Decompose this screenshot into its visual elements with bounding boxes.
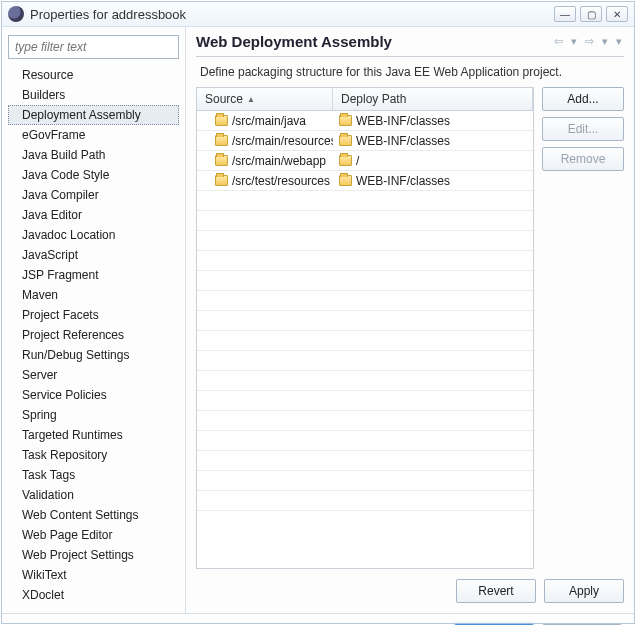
table-row <box>197 411 533 431</box>
tree-item-web-project-settings[interactable]: Web Project Settings <box>8 545 179 565</box>
table-row <box>197 471 533 491</box>
folder-icon <box>215 175 228 186</box>
tree-item-label: Builders <box>22 88 65 102</box>
tree-item-egovframe[interactable]: eGovFrame <box>8 125 179 145</box>
table-row <box>197 371 533 391</box>
tree-item-run-debug-settings[interactable]: Run/Debug Settings <box>8 345 179 365</box>
table-row[interactable]: /src/test/resourcesWEB-INF/classes <box>197 171 533 191</box>
tree-item-builders[interactable]: Builders <box>8 85 179 105</box>
tree-item-label: JavaScript <box>22 248 78 262</box>
folder-icon <box>339 135 352 146</box>
tree-item-label: Java Compiler <box>22 188 99 202</box>
tree-item-javadoc-location[interactable]: Javadoc Location <box>8 225 179 245</box>
tree-item-java-build-path[interactable]: Java Build Path <box>8 145 179 165</box>
tree-item-java-editor[interactable]: Java Editor <box>8 205 179 225</box>
tree-item-label: Service Policies <box>22 388 107 402</box>
tree-item-web-page-editor[interactable]: Web Page Editor <box>8 525 179 545</box>
tree-item-task-tags[interactable]: Task Tags <box>8 465 179 485</box>
column-deploy-label: Deploy Path <box>341 92 406 106</box>
tree-item-javascript[interactable]: JavaScript <box>8 245 179 265</box>
page-title: Web Deployment Assembly <box>196 33 552 50</box>
tree-item-label: Validation <box>22 488 74 502</box>
table-row <box>197 431 533 451</box>
forward-icon[interactable]: ⇨ <box>583 35 596 48</box>
tree-item-validation[interactable]: Validation <box>8 485 179 505</box>
tree-item-label: Java Editor <box>22 208 82 222</box>
tree-item-web-content-settings[interactable]: Web Content Settings <box>8 505 179 525</box>
tree-item-label: WikiText <box>22 568 67 582</box>
add-button[interactable]: Add... <box>542 87 624 111</box>
table-row <box>197 191 533 211</box>
tree-item-label: JSP Fragment <box>22 268 98 282</box>
tree-item-label: Deployment Assembly <box>22 108 141 122</box>
cell-deploy: WEB-INF/classes <box>356 134 450 148</box>
tree-item-label: eGovFrame <box>22 128 85 142</box>
tree-item-label: XDoclet <box>22 588 64 602</box>
tree-item-label: Task Repository <box>22 448 107 462</box>
tree-item-targeted-runtimes[interactable]: Targeted Runtimes <box>8 425 179 445</box>
menu-drop-icon[interactable]: ▾ <box>614 35 624 48</box>
tree-item-project-references[interactable]: Project References <box>8 325 179 345</box>
cell-source: /src/main/webapp <box>232 154 326 168</box>
table-row <box>197 331 533 351</box>
folder-icon <box>215 115 228 126</box>
tree-item-task-repository[interactable]: Task Repository <box>8 445 179 465</box>
close-button[interactable]: ✕ <box>606 6 628 22</box>
table-row[interactable]: /src/main/webapp/ <box>197 151 533 171</box>
folder-icon <box>339 115 352 126</box>
filter-input[interactable] <box>8 35 179 59</box>
tree-item-jsp-fragment[interactable]: JSP Fragment <box>8 265 179 285</box>
category-tree: ResourceBuildersDeployment AssemblyeGovF… <box>8 65 179 605</box>
tree-item-xdoclet[interactable]: XDoclet <box>8 585 179 605</box>
cell-source: /src/main/resources <box>232 134 333 148</box>
tree-item-label: Resource <box>22 68 73 82</box>
minimize-button[interactable]: — <box>554 6 576 22</box>
table-row <box>197 491 533 511</box>
folder-icon <box>339 175 352 186</box>
table-row <box>197 291 533 311</box>
tree-item-label: Spring <box>22 408 57 422</box>
page-description: Define packaging structure for this Java… <box>196 65 624 79</box>
tree-item-deployment-assembly[interactable]: Deployment Assembly <box>8 105 179 125</box>
tree-item-project-facets[interactable]: Project Facets <box>8 305 179 325</box>
tree-item-label: Project References <box>22 328 124 342</box>
tree-item-maven[interactable]: Maven <box>8 285 179 305</box>
column-source-header[interactable]: Source ▲ <box>197 88 333 110</box>
back-drop-icon[interactable]: ▾ <box>569 35 579 48</box>
revert-button[interactable]: Revert <box>456 579 536 603</box>
tree-item-label: Project Facets <box>22 308 99 322</box>
table-row <box>197 311 533 331</box>
table-row <box>197 351 533 371</box>
folder-icon <box>215 155 228 166</box>
apply-button[interactable]: Apply <box>544 579 624 603</box>
column-deploy-header[interactable]: Deploy Path <box>333 88 533 110</box>
table-row[interactable]: /src/main/resourcesWEB-INF/classes <box>197 131 533 151</box>
table-row <box>197 271 533 291</box>
cell-deploy: WEB-INF/classes <box>356 114 450 128</box>
eclipse-icon <box>8 6 24 22</box>
sort-asc-icon: ▲ <box>247 95 255 104</box>
cell-source: /src/test/resources <box>232 174 330 188</box>
table-row[interactable]: /src/main/javaWEB-INF/classes <box>197 111 533 131</box>
table-row <box>197 231 533 251</box>
column-source-label: Source <box>205 92 243 106</box>
tree-item-java-code-style[interactable]: Java Code Style <box>8 165 179 185</box>
back-icon[interactable]: ⇦ <box>552 35 565 48</box>
cell-deploy: WEB-INF/classes <box>356 174 450 188</box>
forward-drop-icon[interactable]: ▾ <box>600 35 610 48</box>
tree-item-label: Web Content Settings <box>22 508 139 522</box>
tree-item-resource[interactable]: Resource <box>8 65 179 85</box>
cell-source: /src/main/java <box>232 114 306 128</box>
tree-item-service-policies[interactable]: Service Policies <box>8 385 179 405</box>
tree-item-wikitext[interactable]: WikiText <box>8 565 179 585</box>
tree-item-label: Java Build Path <box>22 148 105 162</box>
tree-item-server[interactable]: Server <box>8 365 179 385</box>
remove-button: Remove <box>542 147 624 171</box>
tree-item-spring[interactable]: Spring <box>8 405 179 425</box>
tree-item-label: Task Tags <box>22 468 75 482</box>
maximize-button[interactable]: ▢ <box>580 6 602 22</box>
tree-item-label: Javadoc Location <box>22 228 115 242</box>
table-row <box>197 451 533 471</box>
tree-item-java-compiler[interactable]: Java Compiler <box>8 185 179 205</box>
tree-item-label: Web Page Editor <box>22 528 113 542</box>
